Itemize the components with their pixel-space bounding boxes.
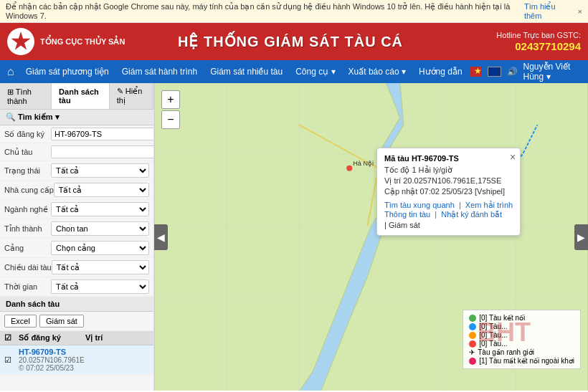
map-collapse-left[interactable]: ◀ [154,224,168,250]
tab-hien-thi[interactable]: ✎ Hiển thị [110,83,153,109]
nav-giam-sat-hanh-trinh[interactable]: Giám sát hành trình [116,64,203,80]
hotline-area: Hotline Trực ban GSTC: 02437710294 [452,31,581,52]
nav-home[interactable]: ⌂ [3,62,19,81]
header-vi-tri: Vị trí [85,333,149,343]
map-area[interactable]: Hà Nội ◀ ▶ × Mã tàu HT-96709-TS Tốc độ 1… [154,83,588,391]
legend-dot-red [469,340,476,348]
select-cang[interactable]: Chọn cảng [51,241,149,255]
nav-huong-dan[interactable]: Hướng dẫn [413,64,468,80]
input-chu-tau[interactable] [51,145,154,158]
legend-label-3: [0] Tàu... [479,331,507,339]
hotline-label: Hotline Trực ban GSTC: [452,31,581,40]
speaker-icon[interactable]: 🔊 [507,67,518,77]
legend-item-lost: [1] Tàu mất kết nối ngoài khơi [469,357,574,365]
select-nganh-nghe[interactable]: Tất cả [51,202,149,216]
vessel-time: © 07:02 25/05/23 [19,364,149,372]
svg-text:Hà Nội: Hà Nội [353,160,374,167]
label-nha-cung-cap: Nhà cung cấp [4,186,54,195]
logo-icon [7,28,34,55]
search-section-title[interactable]: 🔍 Tìm kiếm ▾ [0,110,153,125]
legend-item-4: [0] Tàu... [469,340,574,348]
legend-item-3: [0] Tàu... [469,331,574,339]
legend-dot-green [469,315,476,322]
vessel-list-buttons: Excel Giám sát [0,312,153,331]
form-trang-thai: Trạng thái Tất cả [0,161,153,181]
form-chu-tau: Chủ tàu [0,143,153,161]
label-cang: Cảng [4,244,51,253]
legend-item-border: ✈ Tàu gần ranh giới [469,348,574,356]
row-content: HT-96709-TS 20.0257N106.7961E © 07:02 25… [19,348,149,372]
popup-title: Mã tàu HT-96709-TS [384,154,513,163]
popup-speed: Tốc độ 1 Hải lý/giờ [384,166,513,175]
notif-link[interactable]: Tìm hiểu thêm [524,2,572,20]
legend-label-lost: [1] Tàu mất kết nối ngoài khơi [479,357,574,365]
app-title: HỆ THỐNG GIÁM SÁT TÀU CÁ [129,33,452,50]
form-nha-cung-cap: Nhà cung cấp Tất cả [0,181,153,200]
notification-bar: Để nhận các bản cập nhật Google Chrome s… [0,0,588,23]
label-nganh-nghe: Ngành nghề [4,205,51,214]
header-checkbox-col: ☑ [4,333,16,343]
select-thoi-gian[interactable]: Tất cả [51,279,149,294]
label-thoi-gian: Thời gian [4,282,51,292]
popup-link-catch-log[interactable]: Nhật ký đánh bắt [441,210,502,219]
label-chu-tau: Chủ tàu [4,148,51,157]
svg-point-6 [346,166,352,171]
legend-dot-orange [469,332,476,339]
legend-label-2: [0] Tàu... [479,322,507,330]
form-cang: Cảng Chọn cảng [0,239,153,258]
form-chieu-dai-tau: Chiều dài tàu Tất cả [0,258,153,277]
user-menu[interactable]: Nguyễn Viết Hùng ▾ [523,62,585,82]
legend-dot-pink [469,358,476,365]
select-nha-cung-cap[interactable]: Tất cả [54,183,149,197]
popup-link-find-nearby[interactable]: Tìm tàu xung quanh [384,201,455,209]
navbar: ⌂ Giám sát phương tiện Giám sát hành trì… [0,60,588,83]
nav-right-area: 🔊 Nguyễn Viết Hùng ▾ [470,62,585,82]
nav-cong-cu[interactable]: Công cụ ▾ [290,64,341,80]
table-row: ☑ HT-96709-TS 20.0257N106.7961E © 07:02 … [0,345,153,375]
legend-label-connected: [0] Tàu kết nối [479,314,525,322]
map-legend: [0] Tàu kết nối [0] Tàu... [0] Tàu... [0… [463,310,581,369]
flag-vietnam-icon[interactable] [470,67,483,77]
giam-sat-button[interactable]: Giám sát [39,315,84,328]
notif-text: Để nhận các bản cập nhật Google Chrome s… [6,2,524,20]
logo-text: TỔNG CỤC THỦY SẢN [40,37,125,47]
vessel-position: 20.0257N106.7961E [19,356,149,364]
legend-label-border: Tàu gần ranh giới [478,348,534,356]
select-chieu-dai-tau[interactable]: Tất cả [52,260,149,274]
header-so-dang-ky: Số đăng ký [19,333,82,343]
tab-tinh-thanh[interactable]: ⊞ Tình thành [0,83,52,109]
label-chieu-dai-tau: Chiều dài tàu [4,263,52,272]
form-so-dang-ky: Số đăng ký [0,125,153,143]
popup-link-vessel-info[interactable]: Thông tin tàu [384,210,430,219]
nav-giam-sat-nhieu-tau[interactable]: Giám sát nhiều tàu [204,64,288,80]
form-tinh-thanh: Tỉnh thành Chon tan [0,219,153,239]
flag-uk-icon[interactable] [488,67,501,77]
popup-position: Vị trí 20.0257N106.7961E,175SE [384,176,513,186]
logo-area: TỔNG CỤC THỦY SẢN [7,28,129,55]
popup-link-view-route[interactable]: Xem hải trình [465,201,513,209]
row-checkbox[interactable]: ☑ [4,355,16,365]
label-trang-thai: Trạng thái [4,166,51,176]
popup-close-icon[interactable]: × [510,151,516,163]
app-header: TỔNG CỤC THỦY SẢN HỆ THỐNG GIÁM SÁT TÀU … [0,23,588,60]
popup-link-monitor[interactable]: | Giám sát [384,221,513,229]
nav-xuat-bao-cao[interactable]: Xuất báo cáo ▾ [343,64,412,80]
excel-button[interactable]: Excel [4,315,37,328]
vessel-table-header: ☑ Số đăng ký Vị trí [0,331,153,345]
tab-danh-sach-tau[interactable]: Danh sách tàu [52,83,110,109]
notif-close-icon[interactable]: × [578,7,582,16]
popup-update: Cập nhật 07:02 25/05/23 [Vshipel] [384,187,513,196]
legend-item-2: [0] Tàu... [469,322,574,330]
select-trang-thai[interactable]: Tất cả [51,163,149,178]
vessel-reg-no[interactable]: HT-96709-TS [19,348,149,356]
label-so-dang-ky: Số đăng ký [4,130,51,139]
input-so-dang-ky[interactable] [51,128,154,140]
hotline-number: 02437710294 [452,40,581,52]
zoom-in-button[interactable]: + [161,90,180,109]
nav-giam-sat-phuong-tien[interactable]: Giám sát phương tiện [20,64,115,80]
select-tinh-thanh[interactable]: Chon tan [51,221,149,236]
form-thoi-gian: Thời gian Tất cả [0,277,153,297]
label-tinh-thanh: Tỉnh thành [4,224,51,234]
zoom-out-button[interactable]: − [161,110,180,129]
map-collapse-right[interactable]: ▶ [574,224,588,250]
